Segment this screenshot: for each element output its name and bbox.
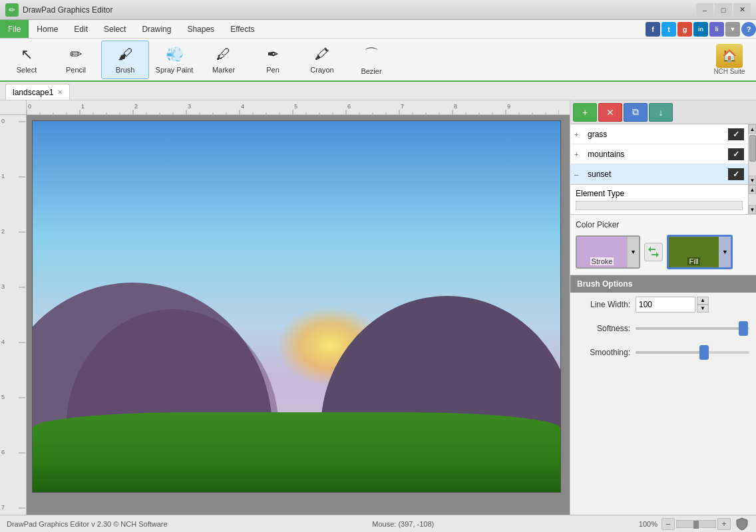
drawing-canvas[interactable] bbox=[32, 120, 561, 493]
svg-text:2: 2 bbox=[134, 103, 138, 110]
layer-visibility-grass[interactable]: ✓ bbox=[728, 128, 744, 140]
fill-swatch[interactable]: Fill bbox=[669, 237, 719, 267]
app-title: DrawPad Graphics Editor bbox=[23, 5, 696, 15]
app-icon: ✏ bbox=[5, 3, 19, 17]
tool-bezier[interactable]: ⌒ Bezier bbox=[347, 41, 395, 79]
menu-shapes[interactable]: Shapes bbox=[179, 20, 222, 38]
tool-crayon[interactable]: 🖍 Crayon bbox=[298, 41, 346, 79]
shield-icon bbox=[735, 517, 749, 531]
layer-visibility-mountains[interactable]: ✓ bbox=[728, 148, 744, 160]
layer-expand-grass[interactable]: + bbox=[574, 130, 584, 138]
layer-name-sunset: sunset bbox=[588, 170, 724, 179]
pencil-icon: ✏ bbox=[70, 46, 82, 63]
smoothing-thumb[interactable] bbox=[699, 345, 709, 360]
svg-text:2: 2 bbox=[1, 228, 5, 235]
scroll-up-button[interactable]: ▲ bbox=[749, 124, 756, 134]
minimize-button[interactable]: – bbox=[696, 3, 713, 17]
add-layer-button[interactable]: + bbox=[573, 103, 597, 122]
tool-spray[interactable]: 💨 Spray Paint bbox=[150, 41, 198, 79]
menu-drawing[interactable]: Drawing bbox=[134, 20, 179, 38]
help-icon[interactable]: ? bbox=[741, 22, 756, 37]
layer-row-mountains[interactable]: + mountains ✓ bbox=[570, 144, 748, 164]
line-width-increment[interactable]: ▲ bbox=[697, 297, 709, 305]
line-width-decrement[interactable]: ▼ bbox=[697, 305, 709, 313]
stroke-swatch[interactable]: Stroke bbox=[577, 237, 627, 267]
layer-expand-mountains[interactable]: + bbox=[574, 150, 584, 158]
element-type-scrollbar[interactable]: ▲ ▼ bbox=[748, 185, 756, 214]
line-width-input[interactable] bbox=[636, 297, 695, 313]
color-picker-section: Color Picker Stroke ▼ bbox=[570, 215, 756, 275]
zoom-level: 100% bbox=[639, 520, 658, 528]
stroke-dropdown-button[interactable]: ▼ bbox=[627, 237, 639, 267]
facebook-icon[interactable]: f bbox=[646, 22, 660, 37]
twitter-icon[interactable]: t bbox=[662, 22, 676, 37]
color-swap-button[interactable] bbox=[644, 243, 663, 261]
softness-row: Softness: bbox=[570, 317, 756, 340]
tool-pen[interactable]: ✒ Pen bbox=[249, 41, 297, 79]
menu-file[interactable]: File bbox=[0, 20, 29, 38]
svg-text:1: 1 bbox=[81, 103, 85, 110]
canvas-container[interactable]: 012345678910 01234567 bbox=[0, 100, 570, 515]
svg-point-73 bbox=[321, 296, 561, 429]
menu-select[interactable]: Select bbox=[96, 20, 134, 38]
move-layer-button[interactable]: ↓ bbox=[649, 103, 673, 122]
element-type-value bbox=[576, 201, 743, 210]
scroll-thumb[interactable] bbox=[749, 135, 756, 162]
tab-close-button[interactable]: ✕ bbox=[57, 88, 63, 96]
menu-home[interactable]: Home bbox=[29, 20, 66, 38]
element-scroll-down[interactable]: ▼ bbox=[749, 205, 756, 214]
brush-options-section: Brush Options Line Width: ▲ ▼ Softness: bbox=[570, 275, 756, 364]
tool-marker[interactable]: 🖊 Marker bbox=[200, 41, 248, 79]
smoothing-label: Smoothing: bbox=[577, 348, 630, 357]
dropdown-icon[interactable]: ▼ bbox=[725, 22, 740, 37]
nch-label: NCH Suite bbox=[713, 68, 745, 75]
zoom-controls: – + bbox=[662, 518, 731, 530]
softness-label: Softness: bbox=[577, 324, 630, 333]
main-area: 012345678910 01234567 bbox=[0, 100, 756, 515]
smoothing-slider-container[interactable] bbox=[636, 344, 749, 360]
svg-text:4: 4 bbox=[1, 338, 5, 345]
svg-text:1: 1 bbox=[1, 173, 5, 180]
extra-social-icon[interactable]: li bbox=[709, 22, 724, 37]
tool-select[interactable]: ↖ Select bbox=[3, 41, 51, 79]
stroke-swatch-container[interactable]: Stroke ▼ bbox=[576, 235, 640, 269]
element-scroll-up[interactable]: ▲ bbox=[749, 185, 756, 194]
layers-scrollbar[interactable]: ▲ ▼ bbox=[748, 124, 756, 185]
maximize-button[interactable]: □ bbox=[715, 3, 732, 17]
google-icon[interactable]: g bbox=[677, 22, 692, 37]
zoom-slider[interactable] bbox=[676, 520, 716, 528]
softness-thumb[interactable] bbox=[739, 321, 748, 336]
linkedin-icon[interactable]: in bbox=[693, 22, 708, 37]
close-button[interactable]: ✕ bbox=[733, 3, 751, 17]
title-bar: ✏ DrawPad Graphics Editor – □ ✕ bbox=[0, 0, 756, 20]
tool-pencil[interactable]: ✏ Pencil bbox=[52, 41, 100, 79]
layer-row-grass[interactable]: + grass ✓ bbox=[570, 124, 748, 144]
layer-visibility-sunset[interactable]: ✓ bbox=[728, 168, 744, 180]
delete-layer-button[interactable]: ✕ bbox=[598, 103, 622, 122]
tool-brush[interactable]: 🖌 Brush bbox=[101, 41, 149, 79]
layer-row-sunset[interactable]: – sunset ✓ bbox=[570, 164, 748, 184]
smoothing-row: Smoothing: bbox=[570, 340, 756, 364]
nch-suite-button[interactable]: 🏠 NCH Suite bbox=[705, 41, 753, 79]
layers-list: + grass ✓ + mountains ✓ – sunset ✓ bbox=[570, 124, 748, 185]
menu-effects[interactable]: Effects bbox=[222, 20, 262, 38]
svg-text:5: 5 bbox=[1, 394, 5, 400]
line-width-row: Line Width: ▲ ▼ bbox=[570, 293, 756, 317]
grass-layer bbox=[33, 412, 560, 492]
bezier-label: Bezier bbox=[361, 67, 381, 75]
menu-edit[interactable]: Edit bbox=[66, 20, 96, 38]
scroll-down-button[interactable]: ▼ bbox=[749, 176, 756, 185]
fill-dropdown-button[interactable]: ▼ bbox=[719, 237, 731, 267]
bezier-icon: ⌒ bbox=[364, 45, 379, 65]
zoom-slider-thumb[interactable] bbox=[693, 521, 699, 529]
duplicate-layer-button[interactable]: ⧉ bbox=[624, 103, 648, 122]
pencil-label: Pencil bbox=[66, 66, 86, 74]
layer-expand-sunset[interactable]: – bbox=[574, 170, 584, 178]
svg-text:0: 0 bbox=[1, 118, 5, 124]
fill-swatch-container[interactable]: Fill ▼ bbox=[667, 235, 733, 269]
document-tab[interactable]: landscape1 ✕ bbox=[5, 84, 70, 100]
zoom-in-button[interactable]: + bbox=[717, 518, 731, 530]
zoom-out-button[interactable]: – bbox=[662, 518, 675, 530]
svg-text:9: 9 bbox=[507, 103, 510, 110]
softness-slider-container[interactable] bbox=[636, 321, 749, 336]
